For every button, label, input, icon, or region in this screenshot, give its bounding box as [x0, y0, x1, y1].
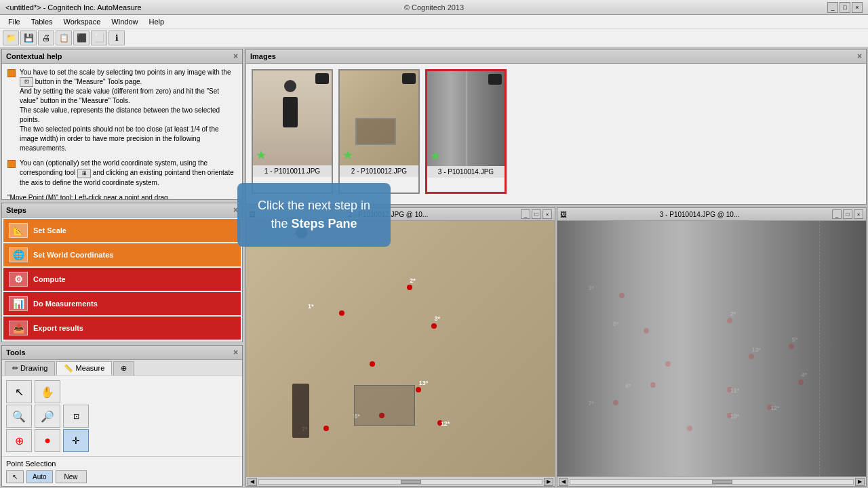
- viewer-2-header: 🖼 3 - P1010014.JPG @ 10... _ □ ×: [557, 208, 866, 221]
- tool-spacer: [63, 380, 89, 403]
- tab-measure[interactable]: 📏 Measure: [56, 361, 112, 375]
- viewer-1-close[interactable]: ×: [542, 209, 552, 219]
- viewer-1-scroll-right[interactable]: ▶: [544, 478, 553, 486]
- images-close[interactable]: ×: [857, 52, 862, 61]
- toolbar-ellipse[interactable]: ⬜: [91, 30, 107, 45]
- menu-tables[interactable]: Tables: [26, 16, 58, 27]
- help-text-move: "Move Point (M)" tool: Left-click near a…: [7, 193, 237, 199]
- image-thumb-1[interactable]: ★ 1 - P1010011.JPG: [252, 69, 333, 194]
- point-selection-label: Point Selection: [6, 460, 238, 468]
- close-button[interactable]: ×: [852, 2, 863, 13]
- label-v1-8: 12*: [441, 420, 450, 427]
- steps-title: Steps: [6, 206, 26, 214]
- toolbar-print[interactable]: 🖨: [38, 30, 54, 45]
- right-area: Images × ★ 1 - P1010011.JPG: [244, 47, 868, 488]
- image-viewer-2: 🖼 3 - P1010014.JPG @ 10... _ □ × 3* 8*: [557, 207, 867, 487]
- tooltip-highlight: Steps Pane: [292, 217, 357, 230]
- help-item-1: You have to set the scale by selecting t…: [7, 68, 237, 153]
- viewer-2-close[interactable]: ×: [854, 209, 863, 219]
- step-world-coords[interactable]: 🌐 Set World Coordinates: [3, 243, 241, 266]
- menu-file[interactable]: File: [3, 16, 26, 27]
- viewer-1-maximize[interactable]: □: [532, 209, 541, 219]
- contextual-help-header: Contextual help ×: [2, 49, 242, 64]
- viewer-2-maximize[interactable]: □: [843, 209, 852, 219]
- tool-point[interactable]: ●: [35, 429, 60, 452]
- steps-header: Steps ×: [2, 203, 242, 218]
- images-strip: ★ 1 - P1010011.JPG ★ 2 - P1010: [246, 64, 866, 199]
- tool-hand[interactable]: ✋: [35, 380, 60, 403]
- point-v1-1: [407, 285, 412, 290]
- images-header: Images ×: [246, 49, 866, 64]
- tool-zoom-out[interactable]: 🔎: [35, 405, 60, 428]
- tools-panel: Tools × ✏ Drawing 📏 Measure ⊕ ↖ ✋ 🔍 �: [1, 345, 243, 487]
- viewer-1-controls: _ □ ×: [521, 209, 552, 219]
- step-scale-label: Set Scale: [33, 226, 66, 235]
- viewer-2-scroll-right[interactable]: ▶: [855, 478, 865, 486]
- viewer-1-scrollbar[interactable]: ◀ ▶: [246, 476, 555, 486]
- tool-zoom-in[interactable]: 🔍: [6, 405, 32, 428]
- viewer-2-content[interactable]: 3* 8* 2* 13* 6* 7* 12* 11*: [557, 221, 866, 476]
- menu-help[interactable]: Help: [143, 16, 170, 27]
- toolbar-save[interactable]: 💾: [20, 30, 37, 45]
- viewer-1-content[interactable]: 2* 3* 1* 13* 6* 7* 12*: [246, 221, 555, 476]
- viewer-2-scroll-track[interactable]: [570, 479, 854, 485]
- point-v1-5: [416, 387, 421, 392]
- toolbar-info[interactable]: ℹ: [108, 30, 125, 45]
- thumb-label-3: 3 - P1010014.JPG: [427, 166, 505, 178]
- step-compute[interactable]: ⚙ Compute: [3, 268, 241, 291]
- tools-close[interactable]: ×: [233, 348, 238, 357]
- step-measurements[interactable]: 📊 Do Measurements: [3, 292, 241, 315]
- thumb-label-1: 1 - P1010011.JPG: [253, 165, 332, 177]
- contextual-help-panel: Contextual help × You have to set the sc…: [1, 49, 243, 200]
- main-area: Contextual help × You have to set the sc…: [0, 47, 868, 488]
- tooltip-line1: Click the next step in: [258, 199, 370, 212]
- tools-title: Tools: [6, 348, 26, 357]
- tool-zoom-fit[interactable]: ⊡: [63, 405, 89, 428]
- step-coord-label: Set World Coordinates: [33, 251, 113, 259]
- image-thumb-3[interactable]: ★ 3 - P1010014.JPG: [425, 69, 507, 194]
- viewer-2-scroll-thumb[interactable]: [712, 480, 732, 484]
- viewer-2-scroll-left[interactable]: ◀: [559, 478, 568, 486]
- toolbar-open[interactable]: 📁: [3, 30, 19, 45]
- tool-select[interactable]: ↖: [6, 380, 32, 403]
- viewer-1-scroll-left[interactable]: ◀: [248, 478, 257, 486]
- step-coord-icon: 🌐: [9, 247, 28, 262]
- label-v1-2: 3*: [435, 315, 441, 322]
- star-badge-2: ★: [342, 148, 353, 163]
- point-select-icon-btn[interactable]: ↖: [6, 470, 24, 483]
- viewer-1-scroll-track[interactable]: [258, 479, 542, 485]
- window-controls: _ □ ×: [827, 2, 863, 13]
- viewer-2-controls: _ □ ×: [832, 209, 863, 219]
- step-export-label: Export results: [33, 324, 83, 332]
- point-v1-7: [323, 426, 329, 431]
- help-text-scale: You have to set the scale by selecting t…: [20, 68, 237, 153]
- image-thumb-2[interactable]: ★ 2 - P1010012.JPG: [338, 69, 420, 194]
- tooltip-line2: the: [271, 217, 292, 230]
- toolbar-copy[interactable]: 📋: [56, 30, 72, 45]
- step-export[interactable]: 📤 Export results: [3, 317, 241, 340]
- point-auto-btn[interactable]: Auto: [26, 470, 53, 483]
- viewer-2-minimize[interactable]: _: [832, 209, 842, 219]
- help-icon-coord: [7, 160, 16, 168]
- label-v1-4: 1*: [308, 303, 314, 310]
- viewer-1-scroll-thumb[interactable]: [401, 480, 421, 484]
- point-new-btn[interactable]: New: [56, 470, 87, 483]
- toolbar-rect[interactable]: ⬛: [73, 30, 90, 45]
- menu-workspace[interactable]: Workspace: [58, 16, 106, 27]
- step-measure-label: Do Measurements: [33, 300, 98, 308]
- camera-icon-1: [315, 73, 329, 84]
- minimize-button[interactable]: _: [827, 2, 838, 13]
- image-viewer-1: 🖼 2 - P1010012.JPG @ 10... _ □ × 2* 3*: [245, 207, 555, 487]
- viewer-1-minimize[interactable]: _: [521, 209, 530, 219]
- tab-extra[interactable]: ⊕: [113, 361, 134, 375]
- step-compute-label: Compute: [33, 275, 66, 283]
- menu-window[interactable]: Window: [106, 16, 143, 27]
- title-bar: <untitled*> - Cognitech Inc. AutoMeasure…: [0, 0, 868, 15]
- viewer-2-scrollbar[interactable]: ◀ ▶: [557, 476, 866, 486]
- step-set-scale[interactable]: 📐 Set Scale: [3, 219, 241, 242]
- tool-move[interactable]: ✛: [63, 429, 89, 452]
- contextual-help-close[interactable]: ×: [233, 52, 238, 61]
- tool-add-point[interactable]: ⊕: [6, 429, 32, 452]
- tab-drawing[interactable]: ✏ Drawing: [5, 361, 55, 375]
- maximize-button[interactable]: □: [840, 2, 850, 13]
